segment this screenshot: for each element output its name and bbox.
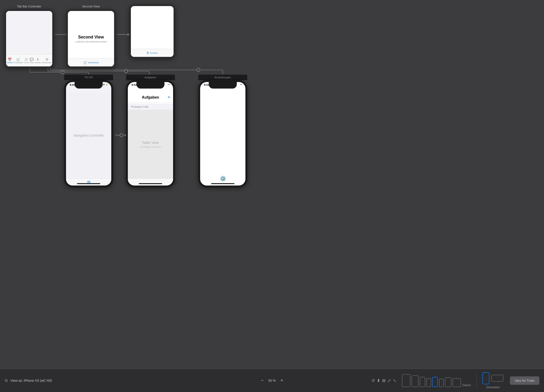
orientation-landscape-button[interactable] bbox=[491, 375, 503, 382]
tab-chat-label: Chat bbox=[30, 62, 33, 63]
kalender-icon: 📅 bbox=[8, 58, 12, 61]
zoom-plus-button[interactable]: + bbox=[280, 378, 283, 383]
aufgaben-navbar: Aufgaben + bbox=[128, 92, 173, 103]
storyboard-canvas[interactable]: Tab Bar Controller 📅 Kalender 🛒 Einkaufs… bbox=[0, 0, 544, 369]
tab-einstellungen-label: Einstellungen bbox=[42, 62, 52, 63]
sidebar-toggle-icon[interactable]: ⊞ bbox=[5, 378, 8, 383]
einstellungen-phone: 9:41 ▪▪▪ ⚙️ bbox=[198, 80, 247, 187]
tab-todo-label: TO DO bbox=[24, 62, 29, 63]
orientation-divider bbox=[477, 374, 477, 388]
zoom-minus-button[interactable]: − bbox=[261, 378, 264, 383]
vary-traits-button[interactable]: Vary for Traits bbox=[510, 376, 539, 385]
einstellungen-scene: Einstellungen 9:41 ▪▪▪ ⚙️ bbox=[198, 75, 247, 187]
aufgaben-battery: ▪▪▪ bbox=[168, 83, 170, 86]
einstellungen-icon: ⚙ bbox=[46, 58, 48, 61]
sv-tab-icon: 🛒 bbox=[83, 61, 87, 64]
aufgaben-status-right: ▪▪▪ bbox=[168, 83, 170, 86]
einstellungen-home-indicator bbox=[211, 183, 234, 184]
device-large-tablet[interactable] bbox=[402, 374, 410, 387]
device-selector-group: Device bbox=[402, 374, 471, 387]
tv-tab-label: Schulden bbox=[150, 52, 157, 54]
grid-icon[interactable]: ⊞ bbox=[382, 378, 386, 383]
svg-point-17 bbox=[120, 133, 123, 137]
second-view-phone: Second View Loaded by SecondViewControll… bbox=[66, 10, 115, 68]
todo-scene-label: TO DO bbox=[64, 75, 113, 80]
tbc-phone-mockup: 📅 Kalender 🛒 Einkaufsliste ☑ TO DO 💬 Cha… bbox=[5, 10, 54, 68]
tab-einkaufsliste-label: Einkaufsliste bbox=[14, 62, 23, 63]
device-size-options bbox=[402, 374, 461, 387]
aufgaben-time: 9:41 bbox=[132, 83, 137, 86]
device-tablet[interactable] bbox=[412, 375, 419, 387]
third-view-tabbar: € Schulden bbox=[131, 49, 174, 57]
tab-einkaufsliste: 🛒 Einkaufsliste bbox=[14, 58, 23, 63]
orientation-portrait-button[interactable] bbox=[482, 372, 489, 384]
toolbar-right: ↺ ⬇ ⊞ ⤢ ⤡ Device bbox=[371, 372, 539, 389]
svg-point-15 bbox=[197, 68, 200, 72]
toolbar-center: − 50 % + bbox=[261, 378, 283, 383]
einstellungen-scene-label: Einstellungen bbox=[198, 75, 247, 80]
tab-schulden: € Schulden bbox=[35, 58, 41, 63]
nav-controller-body: Navigation Controller bbox=[66, 92, 111, 179]
aufgaben-home-indicator bbox=[139, 183, 162, 184]
device-wide[interactable] bbox=[453, 378, 461, 387]
tab-bar-controller-scene: Tab Bar Controller 📅 Kalender 🛒 Einkaufs… bbox=[5, 5, 54, 68]
second-view-title: Second View bbox=[78, 35, 104, 40]
bottom-toolbar: ⊞ View as: iPhone XS (wC hR) − 50 % + ↺ … bbox=[0, 369, 544, 392]
view-as-label: View as: iPhone XS (wC hR) bbox=[11, 379, 52, 382]
aufgaben-scene-label: Aufgaben bbox=[126, 75, 175, 80]
todo-phone: 9:41 ▪▪▪▪ wifi 🔋 Navigation Controller ⊞ bbox=[64, 80, 113, 187]
aufgaben-phone: 9:41 ▪▪▪ Aufgaben + Prototype Cells Tabl… bbox=[126, 80, 175, 187]
einstellungen-time: 9:41 bbox=[204, 83, 209, 86]
aufgaben-add-button[interactable]: + bbox=[167, 95, 170, 100]
device-label-container: Device bbox=[462, 383, 471, 387]
einkaufsliste-icon: 🛒 bbox=[16, 58, 20, 61]
refresh-icon[interactable]: ↺ bbox=[371, 378, 375, 383]
device-small[interactable] bbox=[426, 378, 431, 387]
todo-icon: ☑ bbox=[25, 58, 28, 61]
tv-tab-icon: € bbox=[147, 51, 149, 55]
einstellungen-notch bbox=[209, 82, 237, 89]
third-view-scene: € Schulden bbox=[130, 5, 175, 58]
expand-icon[interactable]: ⤢ bbox=[387, 378, 391, 383]
tab-todo: ☑ TO DO bbox=[24, 58, 29, 63]
zoom-percent-display: 50 % bbox=[267, 379, 277, 382]
einstellungen-battery: ▪▪▪ bbox=[240, 83, 242, 86]
download-icon[interactable]: ⬇ bbox=[377, 378, 380, 383]
device-landscape[interactable] bbox=[445, 377, 451, 387]
orientation-options bbox=[482, 372, 503, 384]
sv-tab-label: Einkaufsliste bbox=[88, 62, 99, 64]
table-view-sub: Prototype Content bbox=[140, 145, 161, 148]
todo-home-indicator bbox=[77, 183, 100, 184]
einstellungen-status-right: ▪▪▪ bbox=[240, 83, 242, 86]
aufgaben-notch bbox=[136, 82, 165, 89]
tab-chat: 💬 Chat bbox=[30, 58, 34, 63]
table-view-text: Table View bbox=[142, 141, 159, 144]
tab-kalender: 📅 Kalender bbox=[6, 58, 13, 63]
tbc-scene-label: Tab Bar Controller bbox=[5, 5, 54, 8]
second-view-tabbar: 🛒 Einkaufsliste bbox=[68, 58, 114, 66]
orientation-label: Orientation bbox=[486, 386, 500, 389]
todo-time: 9:41 bbox=[70, 83, 75, 86]
einstellungen-gear-icon: ⚙️ bbox=[220, 176, 226, 182]
device-label: Device bbox=[462, 384, 471, 387]
battery-icon: 🔋 bbox=[106, 83, 108, 86]
fullscreen-icon[interactable]: ⤡ bbox=[393, 378, 396, 383]
tab-schulden-label: Schulden bbox=[35, 62, 41, 63]
prototype-cells-label: Prototype Cells bbox=[128, 104, 173, 110]
tbc-tabbar: 📅 Kalender 🛒 Einkaufsliste ☑ TO DO 💬 Cha… bbox=[6, 54, 52, 66]
aufgaben-scene: Aufgaben 9:41 ▪▪▪ Aufgaben + Prototype C… bbox=[126, 75, 175, 187]
device-selected[interactable] bbox=[432, 377, 438, 387]
schulden-icon: € bbox=[37, 58, 39, 61]
aufgaben-bottom bbox=[128, 179, 173, 185]
device-xs[interactable] bbox=[439, 379, 444, 387]
device-medium[interactable] bbox=[420, 377, 425, 387]
toolbar-left: ⊞ View as: iPhone XS (wC hR) bbox=[5, 378, 371, 383]
todo-scene: TO DO 9:41 ▪▪▪▪ wifi 🔋 Navigation Contro… bbox=[64, 75, 113, 187]
todo-tabbar-bottom: ⊞ bbox=[66, 179, 111, 185]
todo-phone-notch bbox=[75, 82, 103, 89]
aufgaben-nav-title: Aufgaben bbox=[142, 95, 159, 99]
orientation-group: Orientation bbox=[482, 372, 503, 389]
second-view-scene: Second View Second View Loaded by Second… bbox=[66, 5, 115, 68]
third-view-phone: € Schulden bbox=[130, 5, 175, 58]
table-view-content: Table View Prototype Content bbox=[128, 110, 173, 179]
